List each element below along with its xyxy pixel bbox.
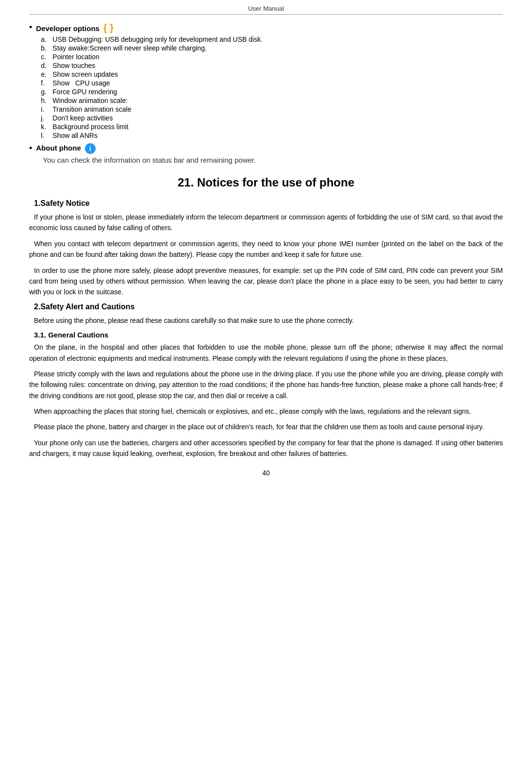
safety-notice-para-2: When you contact with telecom department… bbox=[29, 238, 503, 260]
list-text: Show all ANRs bbox=[52, 132, 98, 139]
list-letter: l. bbox=[41, 132, 52, 139]
safety-notice-para-1: If your phone is lost or stolen, please … bbox=[29, 212, 503, 234]
developer-title2: options bbox=[73, 24, 100, 33]
section21-title: 21. Notices for the use of phone bbox=[29, 176, 503, 189]
developer-options-content: Developer options { } a. USB Debugging: … bbox=[36, 22, 503, 140]
developer-sub-list: a. USB Debugging: USB debugging only for… bbox=[41, 35, 503, 139]
list-item: d. Show touches bbox=[41, 62, 503, 69]
list-item: i. Transition animation scale bbox=[41, 105, 503, 113]
list-item: c. Pointer location bbox=[41, 53, 503, 61]
about-phone-content: About phone i You can check the informat… bbox=[36, 143, 503, 164]
safety-notice-para-3: In order to use the phone more safely, p… bbox=[29, 265, 503, 298]
list-item: e. Show screen updates bbox=[41, 70, 503, 78]
list-letter: e. bbox=[41, 70, 52, 78]
page-header: User Manual bbox=[29, 5, 503, 15]
list-letter: g. bbox=[41, 88, 52, 96]
list-item: f. Show CPU usage bbox=[41, 79, 503, 87]
developer-title: Developer bbox=[36, 24, 71, 33]
list-letter: d. bbox=[41, 62, 52, 69]
list-letter: k. bbox=[41, 123, 52, 131]
safety-alert-section: 2.Safety Alert and Cautions Before using… bbox=[29, 303, 503, 326]
general-cautions-para-2: Please strictly comply with the laws and… bbox=[29, 369, 503, 401]
list-item: h. Window animation scale: bbox=[41, 97, 503, 104]
bullet-dot-developer: • bbox=[29, 21, 32, 34]
list-text: Show touches bbox=[52, 62, 95, 69]
general-cautions-para-1: On the plane, in the hospital and other … bbox=[29, 342, 503, 364]
safety-alert-para-1: Before using the phone, please read thes… bbox=[29, 315, 503, 326]
general-cautions-title: 3.1. General Cautions bbox=[29, 331, 503, 339]
list-text: Window animation scale: bbox=[52, 97, 128, 104]
list-text: Transition animation scale bbox=[52, 105, 131, 113]
list-text: Don't keep activities bbox=[52, 114, 113, 122]
developer-options-section: • Developer options { } a. USB Debugging… bbox=[29, 22, 503, 164]
general-cautions-para-4: Please place the phone, battery and char… bbox=[29, 421, 503, 432]
bullet-dot-about: • bbox=[29, 142, 32, 154]
list-item: a. USB Debugging: USB debugging only for… bbox=[41, 35, 503, 43]
list-letter: b. bbox=[41, 44, 52, 52]
safety-alert-title: 2.Safety Alert and Cautions bbox=[29, 303, 503, 311]
about-phone-item: • About phone i You can check the inform… bbox=[29, 143, 503, 164]
curly-brace-icon: { } bbox=[103, 22, 114, 33]
list-letter: h. bbox=[41, 97, 52, 104]
list-text: Pointer location bbox=[52, 53, 100, 61]
page-container: User Manual • Developer options { } a. U… bbox=[0, 0, 532, 757]
developer-options-item: • Developer options { } a. USB Debugging… bbox=[29, 22, 503, 140]
list-item: l. Show all ANRs bbox=[41, 132, 503, 139]
about-phone-title: About phone bbox=[36, 144, 81, 152]
general-cautions-para-3: When approaching the places that storing… bbox=[29, 406, 503, 417]
info-icon: i bbox=[85, 143, 96, 154]
safety-notice-title: 1.Safety Notice bbox=[29, 199, 503, 208]
header-text: User Manual bbox=[248, 5, 284, 12]
general-cautions-para-5: Your phone only can use the batteries, c… bbox=[29, 437, 503, 459]
list-text: USB Debugging: USB debugging only for de… bbox=[52, 35, 263, 43]
list-letter: j. bbox=[41, 114, 52, 122]
list-text: Show CPU usage bbox=[52, 79, 110, 87]
page-number: 40 bbox=[29, 469, 503, 477]
list-item: g. Force GPU rendering bbox=[41, 88, 503, 96]
list-text: Stay awake:Screen will never sleep while… bbox=[52, 44, 207, 52]
list-letter: c. bbox=[41, 53, 52, 61]
about-phone-description: You can check the information on status … bbox=[43, 156, 503, 164]
list-item: k. Background process limit bbox=[41, 123, 503, 131]
list-text: Background process limit bbox=[52, 123, 128, 131]
list-text: Force GPU rendering bbox=[52, 88, 117, 96]
safety-notice-section: 1.Safety Notice If your phone is lost or… bbox=[29, 199, 503, 298]
general-cautions-section: 3.1. General Cautions On the plane, in t… bbox=[29, 331, 503, 459]
list-item: j. Don't keep activities bbox=[41, 114, 503, 122]
list-letter: i. bbox=[41, 105, 52, 113]
list-text: Show screen updates bbox=[52, 70, 118, 78]
list-letter: f. bbox=[41, 79, 52, 87]
list-letter: a. bbox=[41, 35, 52, 43]
list-item: b. Stay awake:Screen will never sleep wh… bbox=[41, 44, 503, 52]
